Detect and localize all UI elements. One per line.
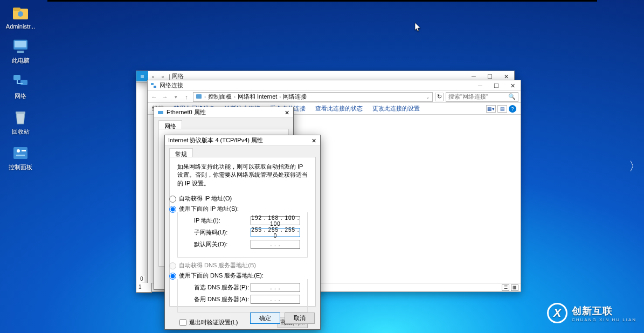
explorer1-status-count: 0 [139,276,144,282]
refresh-button[interactable]: ↻ [435,93,444,101]
watermark: X 创新互联 CHUANG XIN HU LIAN [547,303,636,323]
desktop-icon-control-panel[interactable]: 控制面板 [2,144,39,171]
up-button[interactable]: ↑ [182,93,191,101]
user-folder-icon [12,4,29,22]
watermark-logo: X [547,303,567,323]
svg-rect-5 [17,51,24,53]
window-title: 网络 [172,72,184,80]
svg-rect-16 [196,94,202,99]
desktop-icon-this-pc[interactable]: 此电脑 [2,38,39,65]
alternate-dns-input[interactable]: . . . [251,295,300,304]
close-button[interactable]: ✕ [307,135,320,146]
close-button[interactable]: ✕ [504,80,521,91]
radio-auto-dns: 自动获得 DNS 服务器地址(B) [167,261,308,269]
ipv4-properties-dialog[interactable]: Internet 协议版本 4 (TCP/IPv4) 属性 ✕ 常规 如果网络支… [164,135,321,330]
network-icon [12,73,29,91]
control-panel-icon [12,144,29,162]
ip-address-label: IP 地址(I): [194,217,251,225]
desktop-icon-network[interactable]: 网络 [2,73,39,100]
svg-rect-8 [16,112,25,114]
desktop-icon-recycle-bin[interactable]: 回收站 [2,109,39,136]
radio-use-ip[interactable]: 使用下面的 IP 地址(S): [167,204,308,213]
gateway-input[interactable]: . . . [251,240,300,249]
svg-rect-15 [154,86,156,88]
window-title: 网络连接 [160,81,183,89]
preferred-dns-label: 首选 DNS 服务器(P): [194,283,251,292]
adapter-icon [157,109,164,116]
explorer1-statusbar: 1 [136,283,152,293]
help-button[interactable]: ? [509,105,516,113]
search-placeholder: 搜索"网络连接" [448,93,488,101]
dialog-title: Ethernet0 属性 [167,108,206,116]
next-arrow[interactable]: 〉 [629,158,641,175]
svg-rect-14 [151,83,154,85]
view-large-icon[interactable]: ▦ [511,285,518,291]
preview-button[interactable]: ▤ [497,105,507,113]
desktop-icon-administrator[interactable]: Administr... [2,4,39,30]
network-small-icon: ▫ [159,73,167,80]
dialog-title: Internet 协议版本 4 (TCP/IPv4) 属性 [168,136,263,144]
watermark-sub: CHUANG XIN HU LIAN [572,317,636,322]
svg-rect-1 [13,8,20,11]
file-tab-icon [136,71,148,81]
search-icon: 🔍 [508,93,516,100]
computer-icon [12,38,29,55]
alternate-dns-label: 备用 DNS 服务器(A): [194,295,251,303]
svg-point-10 [17,149,20,152]
radio-use-dns[interactable]: 使用下面的 DNS 服务器地址(E): [167,271,308,280]
svg-point-2 [18,11,23,17]
view-details-icon[interactable]: ☰ [502,285,509,291]
forward-button[interactable]: → [161,93,169,101]
maximize-button[interactable]: ☐ [488,80,504,91]
preferred-dns-input[interactable]: . . . [251,283,300,292]
subnet-mask-label: 子网掩码(U): [194,228,251,237]
breadcrumb[interactable]: 网络和 Internet [238,93,277,101]
breadcrumb[interactable]: 网络连接 [283,93,307,101]
gateway-label: 默认网关(D): [194,240,251,248]
network-small-icon: ▫ [149,73,157,80]
recycle-bin-icon [12,109,29,126]
close-button[interactable]: ✕ [280,107,293,118]
description-text: 如果网络支持此功能，则可以获取自动指派的 IP 设置。否则，你需要从网络系统管理… [177,163,308,188]
minimize-button[interactable]: ─ [472,80,488,91]
tab-panel: 如果网络支持此功能，则可以获取自动指派的 IP 设置。否则，你需要从网络系统管理… [169,157,316,307]
back-button[interactable]: ← [150,93,158,101]
svg-rect-4 [15,41,26,47]
recent-button[interactable]: ▾ [171,93,180,101]
svg-rect-11 [22,150,26,151]
svg-rect-6 [13,75,20,80]
svg-rect-9 [13,147,27,159]
ok-button[interactable]: 确定 [250,313,280,324]
ip-address-input[interactable]: 192 . 168 . 100 . 100 [251,216,300,225]
cmd-change[interactable]: 更改此连接的设置 [372,105,420,113]
cancel-button[interactable]: 取消 [285,313,315,324]
crumb-icon [196,93,202,101]
cmd-status[interactable]: 查看此连接的状态 [315,105,363,113]
breadcrumb[interactable]: 控制面板 [208,93,232,101]
radio-auto-ip[interactable]: 自动获得 IP 地址(O) [167,194,308,203]
watermark-brand: 创新互联 [572,304,636,317]
mouse-cursor [415,23,421,32]
subnet-mask-input[interactable]: 255 . 255 . 255 . 0 [251,228,300,237]
network-connections-icon [150,82,157,89]
svg-rect-17 [158,111,163,114]
search-input[interactable]: 搜索"网络连接" 🔍 [446,92,518,102]
validate-checkbox[interactable]: 退出时验证设置(L) [177,317,238,328]
address-bar[interactable]: › 控制面板 › 网络和 Internet › 网络连接 ⌄ [193,92,433,102]
svg-rect-7 [20,80,27,85]
view-button[interactable]: ▦▾ [486,105,496,113]
svg-rect-12 [16,155,25,156]
